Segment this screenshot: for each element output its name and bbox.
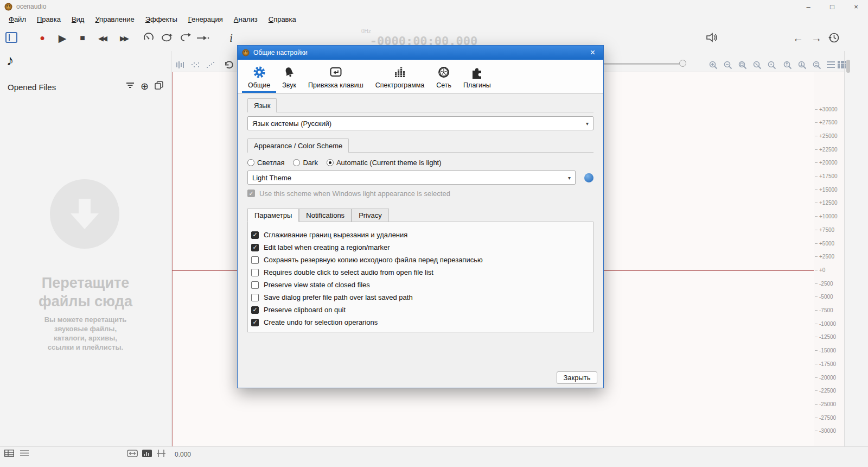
playback-speed-icon[interactable]	[143, 32, 154, 43]
menu-item[interactable]: Эффекты	[140, 14, 183, 25]
waveform-bars-view-icon[interactable]	[176, 61, 185, 68]
play-button[interactable]: ▶	[54, 29, 71, 47]
option-checkbox[interactable]: ✓	[251, 294, 259, 301]
list-view-icon[interactable]	[20, 450, 29, 457]
scale-tick	[815, 122, 818, 123]
option-row[interactable]: ✓ Edit label when creating a region/mark…	[250, 241, 590, 254]
amplitude-scale: +30000 +27500 +25000 +22500 +20000 +1750…	[814, 72, 844, 446]
menu-item[interactable]: Управление	[90, 14, 139, 25]
option-row[interactable]: ✓ Create undo for selection operarions	[250, 316, 590, 329]
radio-automatic[interactable]: Automatic (Current theme is light)	[327, 159, 442, 167]
scheme-note-checkbox: ✓	[247, 190, 255, 197]
menu-item[interactable]: Справка	[263, 14, 302, 25]
option-checkbox[interactable]: ✓	[251, 231, 259, 239]
theme-select[interactable]: Light Theme ▾	[247, 171, 576, 185]
vertical-zoom-fit-icon[interactable]	[812, 60, 822, 70]
spectrogram-view-icon[interactable]	[142, 450, 152, 457]
sidebar-toggle-icon[interactable]	[5, 32, 17, 43]
menu-item[interactable]: Файл	[3, 14, 31, 25]
scale-tick	[815, 243, 818, 244]
menu-item[interactable]: Правка	[31, 14, 66, 25]
option-checkbox[interactable]: ✓	[251, 256, 259, 264]
playback-cursor[interactable]	[172, 72, 173, 446]
channels-view-icon[interactable]	[157, 450, 165, 457]
tab-network[interactable]: Сеть	[430, 60, 457, 93]
radio-dark-circle[interactable]	[293, 159, 300, 166]
zoom-out-icon[interactable]	[723, 60, 733, 70]
marker-list-icon[interactable]	[827, 61, 835, 68]
close-button[interactable]: ×	[844, 0, 868, 13]
navigate-forward-button[interactable]: →	[809, 29, 824, 47]
loop-playback-icon[interactable]	[161, 33, 173, 42]
zoom-in-icon[interactable]	[709, 60, 718, 70]
maximize-button[interactable]: □	[820, 0, 844, 13]
speaker-icon[interactable]	[705, 32, 718, 43]
option-row[interactable]: ✓ Сглаживание границ вырезания и удалени…	[250, 229, 590, 241]
appearance-group-pane: Светлая Dark Automatic (Current theme is…	[247, 152, 593, 203]
option-row[interactable]: ✓ Сохранять резервную копию исходного фа…	[250, 254, 590, 266]
vertical-scrollbar[interactable]	[846, 60, 850, 73]
option-row[interactable]: ✓ Save dialog prefer file path over last…	[250, 291, 590, 304]
option-checkbox[interactable]: ✓	[251, 306, 259, 314]
menu-item[interactable]: Генерация	[183, 14, 228, 25]
fit-width-icon[interactable]	[127, 450, 138, 457]
info-icon[interactable]: i	[225, 29, 238, 47]
radio-light[interactable]: Светлая	[247, 159, 284, 167]
language-select[interactable]: Язык системы (Русский) ▾	[247, 116, 593, 130]
tab-spectrogram[interactable]: Спектрограмма	[369, 60, 431, 93]
dialog-title-bar[interactable]: Общие настройки ×	[238, 46, 603, 60]
fast-forward-button[interactable]: ▶▶	[113, 29, 135, 47]
zoom-selection-icon[interactable]	[752, 60, 762, 70]
minimize-button[interactable]: –	[796, 0, 820, 13]
zoom-original-icon[interactable]	[767, 60, 777, 70]
add-file-icon[interactable]: ⊕	[141, 82, 149, 91]
undo-icon[interactable]	[224, 60, 234, 70]
option-checkbox[interactable]: ✓	[251, 244, 259, 251]
subtab-parameters[interactable]: Параметры	[247, 209, 299, 222]
vertical-zoom-in-icon[interactable]	[783, 60, 793, 70]
option-checkbox[interactable]: ✓	[251, 281, 259, 289]
menu-item[interactable]: Вид	[66, 14, 90, 25]
window-title: ocenaudio	[16, 3, 46, 10]
loop-exit-icon[interactable]	[178, 33, 191, 42]
waveform-line-view-icon[interactable]	[206, 61, 215, 68]
stop-button[interactable]: ■	[75, 29, 90, 47]
play-follow-icon[interactable]	[196, 35, 209, 41]
radio-automatic-circle[interactable]	[327, 159, 334, 166]
appearance-group-label: Appearance / Color Scheme	[247, 138, 349, 153]
navigate-back-button[interactable]: ←	[791, 29, 805, 47]
table-view-icon[interactable]	[4, 450, 14, 457]
filter-icon[interactable]	[126, 81, 135, 91]
scale-label: +30000	[815, 106, 843, 112]
vertical-zoom-out-icon[interactable]	[797, 60, 807, 70]
zoom-fit-icon[interactable]	[738, 60, 748, 70]
option-row[interactable]: ✓ Requires double click to select audio …	[250, 266, 590, 279]
tab-key-bindings[interactable]: Привязка клавиш	[302, 60, 369, 93]
tab-general[interactable]: Общие	[242, 60, 276, 93]
radio-dark[interactable]: Dark	[293, 159, 317, 167]
theme-color-sphere-icon[interactable]	[584, 173, 593, 182]
radio-light-circle[interactable]	[247, 159, 254, 166]
subtab-privacy[interactable]: Privacy	[352, 209, 389, 222]
volume-knob[interactable]	[679, 60, 686, 67]
dialog-close-button[interactable]: ×	[586, 46, 599, 59]
frequency-readout: 0Hz	[361, 28, 371, 34]
waveform-dots-view-icon[interactable]	[191, 61, 200, 68]
option-checkbox[interactable]: ✓	[251, 269, 259, 276]
dialog-close-action-button[interactable]: Закрыть	[557, 371, 597, 384]
tab-plugins[interactable]: Плагины	[457, 60, 497, 93]
scheme-note-row: ✓ Use this scheme when Windows light app…	[247, 189, 593, 198]
menu-item[interactable]: Анализ	[228, 14, 263, 25]
option-row[interactable]: ✓ Preserve clipboard on quit	[250, 304, 590, 316]
history-icon[interactable]	[828, 31, 840, 44]
drop-zone-icon[interactable]	[50, 179, 119, 249]
scale-label: +20000	[815, 160, 843, 166]
record-button[interactable]: ●	[35, 29, 50, 47]
option-row[interactable]: ✓ Preserve view state of closed files	[250, 279, 590, 291]
rewind-button[interactable]: ◀◀	[91, 29, 113, 47]
scale-tick	[815, 230, 818, 230]
tab-sound[interactable]: Звук	[276, 60, 302, 93]
option-checkbox[interactable]: ✓	[251, 319, 259, 326]
duplicate-icon[interactable]	[155, 81, 163, 92]
subtab-notifications[interactable]: Notifications	[299, 209, 352, 222]
